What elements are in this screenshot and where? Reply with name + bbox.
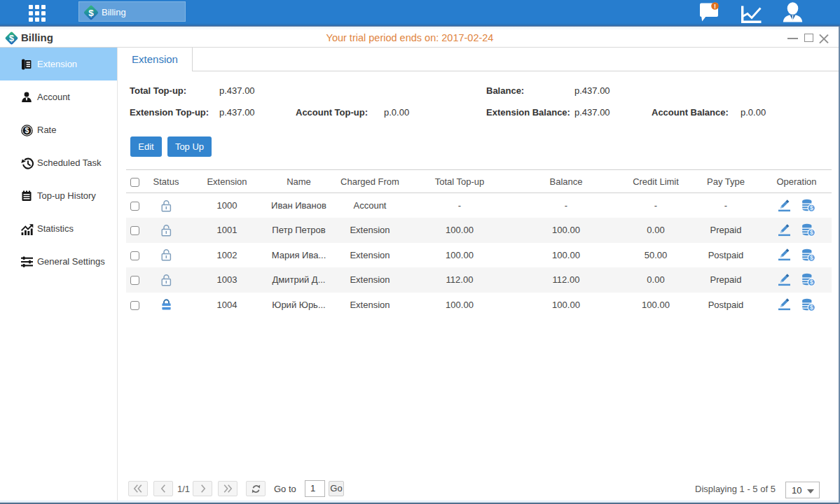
svg-text:!: ! <box>714 3 716 10</box>
svg-text:$: $ <box>88 8 94 18</box>
svg-text:$: $ <box>25 126 29 134</box>
